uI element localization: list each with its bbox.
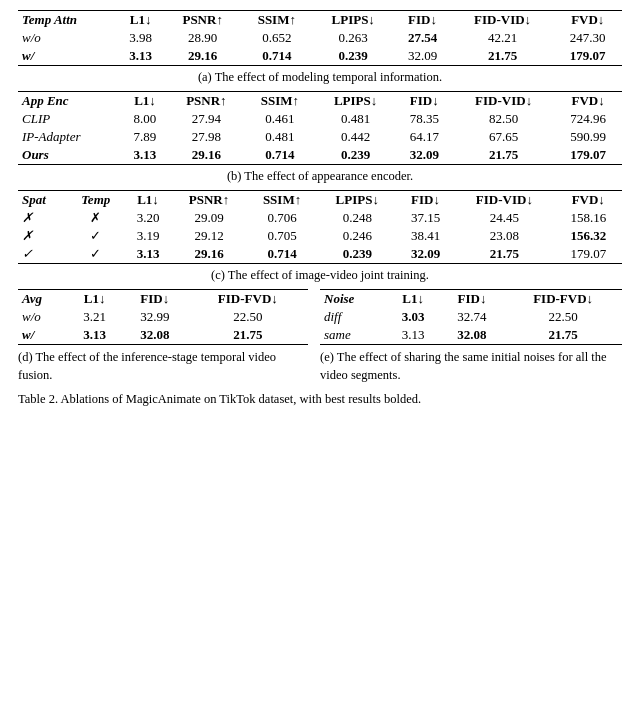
header-fidvid: FID-VID↓: [453, 92, 554, 111]
header-psnr: PSNR↑: [172, 191, 247, 210]
header-fidvid: FID-VID↓: [452, 11, 554, 30]
table-row: ✓ ✓ 3.13 29.16 0.714 0.239 32.09 21.75 1…: [18, 245, 622, 264]
header-fid: FID↓: [122, 290, 188, 309]
header-fid: FID↓: [397, 191, 454, 210]
header-l1: L1↓: [117, 11, 165, 30]
header-fid: FID↓: [395, 92, 453, 111]
table-e: Noise L1↓ FID↓ FID-FVD↓ diff 3.03 32.74 …: [320, 289, 622, 347]
header-l1: L1↓: [67, 290, 121, 309]
table-row: w/o 3.98 28.90 0.652 0.263 27.54 42.21 2…: [18, 29, 622, 47]
table-row: ✗ ✓ 3.19 29.12 0.705 0.246 38.41 23.08 1…: [18, 227, 622, 245]
temp-cell: ✗: [67, 209, 124, 227]
header-l1: L1↓: [124, 191, 171, 210]
table-a: Temp Attn L1↓ PSNR↑ SSIM↑ LPIPS↓ FID↓ FI…: [18, 10, 622, 85]
header-fidfvd: FID-FVD↓: [188, 290, 308, 309]
header-psnr: PSNR↑: [165, 11, 241, 30]
header-fid: FID↓: [440, 290, 505, 309]
row-label: same: [320, 326, 386, 345]
table-row: w/ 3.13 29.16 0.714 0.239 32.09 21.75 17…: [18, 47, 622, 66]
spat-cell: ✗: [18, 209, 67, 227]
caption-d: (d) The effect of the inference-stage te…: [18, 349, 308, 384]
table-row: same 3.13 32.08 21.75: [320, 326, 622, 345]
header-temp-attn: Temp Attn: [18, 11, 117, 30]
header-lpips: LPIPS↓: [318, 191, 397, 210]
row-label: w/o: [18, 29, 117, 47]
header-avg: Avg: [18, 290, 67, 309]
header-noise: Noise: [320, 290, 386, 309]
header-ssim: SSIM↑: [241, 11, 313, 30]
header-fidfvd: FID-FVD↓: [504, 290, 622, 309]
table-d: Avg L1↓ FID↓ FID-FVD↓ w/o 3.21 32.99 22.…: [18, 289, 308, 347]
caption-c: (c) The effect of image-video joint trai…: [18, 268, 622, 283]
header-fvd: FVD↓: [555, 191, 622, 210]
tables-de-wrapper: Avg L1↓ FID↓ FID-FVD↓ w/o 3.21 32.99 22.…: [18, 289, 622, 347]
header-lpips: LPIPS↓: [313, 11, 393, 30]
spat-cell: ✗: [18, 227, 67, 245]
table-row: diff 3.03 32.74 22.50: [320, 308, 622, 326]
header-spat: Spat: [18, 191, 67, 210]
table-row: CLIP 8.00 27.94 0.461 0.481 78.35 82.50 …: [18, 110, 622, 128]
table-c: Spat Temp L1↓ PSNR↑ SSIM↑ LPIPS↓ FID↓ FI…: [18, 190, 622, 283]
captions-de: (d) The effect of the inference-stage te…: [18, 349, 622, 384]
header-lpips: LPIPS↓: [316, 92, 396, 111]
header-l1: L1↓: [121, 92, 169, 111]
header-fid: FID↓: [393, 11, 451, 30]
temp-cell: ✓: [67, 227, 124, 245]
table-b: App Enc L1↓ PSNR↑ SSIM↑ LPIPS↓ FID↓ FID-…: [18, 91, 622, 184]
header-psnr: PSNR↑: [169, 92, 244, 111]
row-label: w/: [18, 47, 117, 66]
header-fvd: FVD↓: [554, 92, 622, 111]
header-temp: Temp: [67, 191, 124, 210]
table-row: w/ 3.13 32.08 21.75: [18, 326, 308, 345]
row-label: w/: [18, 326, 67, 345]
row-label: IP-Adapter: [18, 128, 121, 146]
header-ssim: SSIM↑: [246, 191, 317, 210]
table-row: IP-Adapter 7.89 27.98 0.481 0.442 64.17 …: [18, 128, 622, 146]
row-label: diff: [320, 308, 386, 326]
table-row: w/o 3.21 32.99 22.50: [18, 308, 308, 326]
spat-cell: ✓: [18, 245, 67, 264]
row-label: Ours: [18, 146, 121, 165]
table-caption: Table 2. Ablations of MagicAnimate on Ti…: [18, 390, 622, 409]
row-label: CLIP: [18, 110, 121, 128]
row-label: w/o: [18, 308, 67, 326]
header-fidvid: FID-VID↓: [454, 191, 554, 210]
temp-cell: ✓: [67, 245, 124, 264]
header-fvd: FVD↓: [553, 11, 622, 30]
header-ssim: SSIM↑: [244, 92, 316, 111]
caption-a: (a) The effect of modeling temporal info…: [18, 70, 622, 85]
header-l1: L1↓: [386, 290, 439, 309]
caption-b: (b) The effect of appearance encoder.: [18, 169, 622, 184]
table-row: Ours 3.13 29.16 0.714 0.239 32.09 21.75 …: [18, 146, 622, 165]
caption-e: (e) The effect of sharing the same initi…: [320, 349, 622, 384]
table-row: ✗ ✗ 3.20 29.09 0.706 0.248 37.15 24.45 1…: [18, 209, 622, 227]
header-app-enc: App Enc: [18, 92, 121, 111]
